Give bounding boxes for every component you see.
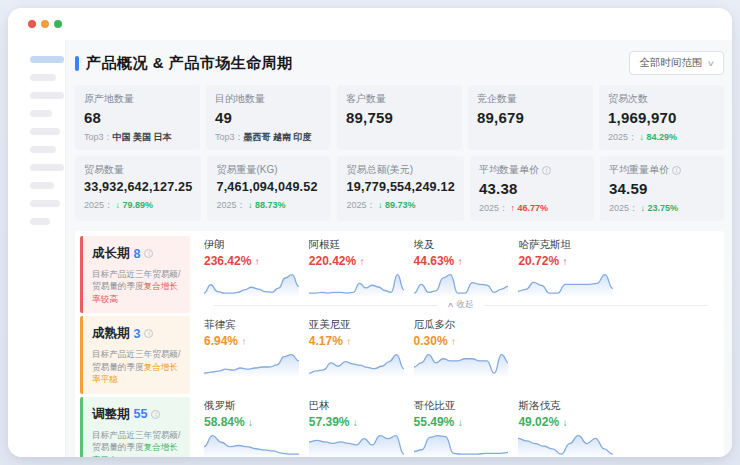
arrow-up-icon: ↑ — [510, 203, 515, 213]
time-range-label: 全部时间范围 — [639, 56, 702, 70]
stat-label: 贸易数量 — [84, 163, 192, 177]
arrow-down-icon: ↓ — [641, 203, 646, 213]
stat-card-competitor-count: 竞企数量 89,679 — [468, 85, 593, 150]
stat-value: 43.38 — [479, 180, 585, 197]
arrow-down-icon: ↓ — [353, 417, 358, 428]
info-icon[interactable] — [144, 329, 153, 338]
country-name: 菲律宾 — [204, 318, 299, 332]
country-card[interactable]: 俄罗斯 58.84% ↓ — [204, 399, 299, 457]
stat-value: 7,461,094,049.52 — [216, 180, 322, 194]
sidebar-item[interactable] — [30, 218, 50, 225]
country-name: 哥伦比亚 — [414, 399, 509, 413]
stat-label: 平均重量单价 — [609, 163, 715, 177]
stat-value: 33,932,642,127.25 — [84, 180, 192, 194]
stat-label: 贸易重量(KG) — [216, 163, 322, 177]
country-card[interactable]: 阿根廷 220.42% ↑ — [309, 238, 404, 296]
stat-delta: 2025： ↓ 89.73% — [346, 199, 454, 212]
country-growth-rate: 55.49% ↓ — [414, 415, 509, 429]
stat-label: 贸易次数 — [608, 92, 715, 106]
country-card[interactable]: 斯洛伐克 49.02% ↓ — [518, 399, 613, 457]
lifecycle-row-growth: 成长期 8 目标产品近三年贸易额/贸易量的季度复合增长率较高 伊朗 236.42… — [80, 236, 718, 313]
country-card[interactable]: 埃及 44.63% ↑ — [414, 238, 509, 296]
lifecycle-row-adjust: 调整期 55 目标产品近三年贸易额/贸易量的季度复合增长率呈负 俄罗斯 58.8… — [80, 397, 718, 457]
sparkline-chart — [518, 431, 613, 457]
country-growth-rate: 20.72% ↑ — [518, 254, 613, 268]
chevron-up-icon: ∧ — [447, 301, 455, 309]
maximize-window-icon[interactable] — [54, 20, 62, 28]
sparkline-chart — [204, 431, 299, 457]
stat-label: 客户数量 — [346, 92, 453, 106]
stat-label: 原产地数量 — [84, 92, 191, 106]
stat-delta: 2025： ↑ 46.77% — [479, 202, 585, 215]
sidebar-item[interactable] — [30, 128, 60, 135]
stat-delta: 2025： ↓ 88.73% — [216, 199, 322, 212]
stat-value: 49 — [215, 109, 322, 126]
sidebar-item[interactable] — [30, 92, 64, 99]
stat-delta: 2025： ↓ 23.75% — [609, 202, 715, 215]
sparkline-chart — [414, 431, 509, 457]
stat-value: 89,759 — [346, 109, 453, 126]
stat-card-customer-count: 客户数量 89,759 — [337, 85, 462, 150]
sparkline-chart — [309, 350, 404, 376]
category-name: 成长期 — [92, 245, 130, 262]
country-growth-rate: 49.02% ↓ — [518, 415, 613, 429]
country-name: 伊朗 — [204, 238, 299, 252]
stat-delta: 2025： ↓ 79.89% — [84, 199, 192, 212]
sidebar-item[interactable] — [30, 74, 56, 81]
category-count: 8 — [134, 247, 141, 261]
country-growth-rate: 58.84% ↓ — [204, 415, 299, 429]
sidebar-item[interactable] — [30, 182, 54, 189]
stats-row-2: 贸易数量 33,932,642,127.25 2025： ↓ 79.89% 贸易… — [75, 156, 724, 221]
category-name: 调整期 — [92, 406, 130, 423]
country-name: 斯洛伐克 — [518, 399, 613, 413]
country-growth-rate: 57.39% ↓ — [309, 415, 404, 429]
country-card[interactable]: 巴林 57.39% ↓ — [309, 399, 404, 457]
chevron-down-icon: ∨ — [707, 59, 715, 68]
category-cell-mature[interactable]: 成熟期 3 目标产品近三年贸易额/贸易量的季度复合增长率平稳 — [80, 316, 190, 393]
country-card[interactable]: 厄瓜多尔 0.30% ↑ — [414, 318, 509, 376]
country-card[interactable]: 菲律宾 6.94% ↑ — [204, 318, 299, 376]
category-description: 目标产品近三年贸易额/贸易量的季度复合增长率呈负 — [92, 429, 182, 457]
sidebar-item[interactable] — [30, 110, 52, 117]
stat-top3: Top3：中国 美国 日本 — [84, 131, 191, 144]
close-window-icon[interactable] — [28, 20, 36, 28]
country-growth-rate: 4.17% ↑ — [309, 334, 404, 348]
category-cell-adjust[interactable]: 调整期 55 目标产品近三年贸易额/贸易量的季度复合增长率呈负 — [80, 397, 190, 457]
sparkline-chart — [204, 350, 299, 376]
category-description: 目标产品近三年贸易额/贸易量的季度复合增长率平稳 — [92, 348, 182, 385]
info-icon[interactable] — [144, 249, 153, 258]
stat-value: 68 — [84, 109, 191, 126]
arrow-down-icon: ↓ — [640, 132, 645, 142]
minimize-window-icon[interactable] — [41, 20, 49, 28]
country-card[interactable]: 哈萨克斯坦 20.72% ↑ — [518, 238, 613, 296]
arrow-down-icon: ↓ — [116, 200, 121, 210]
stats-row-1: 原产地数量 68 Top3：中国 美国 日本 目的地数量 49 Top3：墨西哥… — [75, 85, 724, 150]
sidebar-item[interactable] — [30, 56, 64, 63]
info-icon[interactable] — [151, 410, 160, 419]
country-name: 厄瓜多尔 — [414, 318, 509, 332]
stat-delta: 2025： ↓ 84.29% — [608, 131, 715, 144]
stat-value: 19,779,554,249.12 — [346, 180, 454, 194]
country-card[interactable]: 亚美尼亚 4.17% ↑ — [309, 318, 404, 376]
sidebar-item[interactable] — [30, 200, 60, 207]
arrow-down-icon: ↓ — [248, 417, 253, 428]
arrow-up-icon: ↑ — [346, 336, 351, 347]
page-title: 产品概况 & 产品市场生命周期 — [86, 54, 293, 73]
country-growth-rate: 44.63% ↑ — [414, 254, 509, 268]
app-window: 产品概况 & 产品市场生命周期 全部时间范围 ∨ 原产地数量 68 Top3：中… — [8, 8, 732, 457]
collapse-toggle[interactable]: ∧收起 — [204, 299, 718, 311]
category-cell-growth[interactable]: 成长期 8 目标产品近三年贸易额/贸易量的季度复合增长率较高 — [80, 236, 190, 313]
stat-label: 贸易总额(美元) — [346, 163, 454, 177]
arrow-up-icon: ↑ — [241, 336, 246, 347]
sidebar-item[interactable] — [30, 146, 56, 153]
info-icon[interactable] — [672, 166, 681, 175]
stat-card-avg-weight-price: 平均重量单价 34.59 2025： ↓ 23.75% — [600, 156, 724, 221]
country-card[interactable]: 哥伦比亚 55.49% ↓ — [414, 399, 509, 457]
stat-card-origin-count: 原产地数量 68 Top3：中国 美国 日本 — [75, 85, 200, 150]
country-name: 哈萨克斯坦 — [518, 238, 613, 252]
info-icon[interactable] — [542, 166, 551, 175]
sparkline-chart — [309, 270, 404, 296]
sidebar-item[interactable] — [30, 164, 64, 171]
country-card[interactable]: 伊朗 236.42% ↑ — [204, 238, 299, 296]
time-range-dropdown[interactable]: 全部时间范围 ∨ — [629, 51, 724, 75]
